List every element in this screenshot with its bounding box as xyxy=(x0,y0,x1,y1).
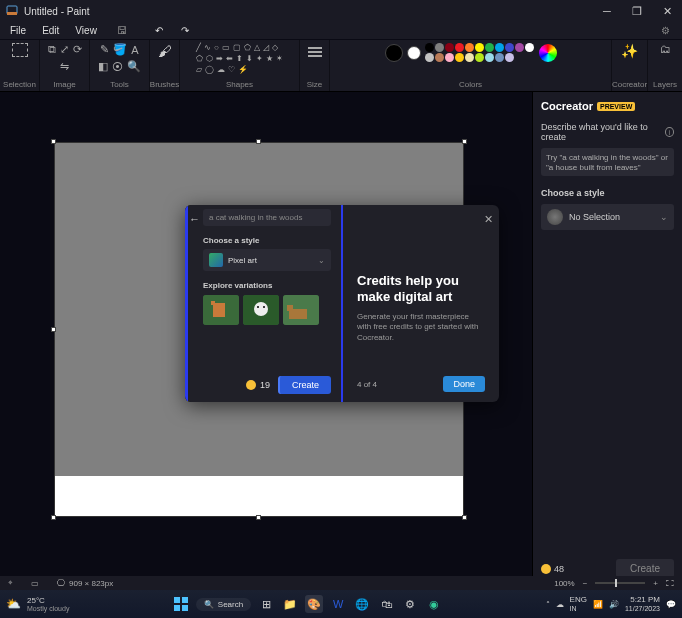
selection-size-icon: ▭ xyxy=(31,579,39,588)
variation-1[interactable] xyxy=(203,295,239,325)
svg-rect-4 xyxy=(211,301,215,305)
taskbar-weather: Mostly cloudy xyxy=(27,605,69,612)
modal-style-selected: Pixel art xyxy=(228,256,257,265)
modal-close-icon[interactable]: ✕ xyxy=(484,213,493,226)
modal-credits: 19 xyxy=(260,380,270,390)
svg-rect-15 xyxy=(182,605,188,611)
tray-onedrive-icon[interactable]: ☁ xyxy=(556,600,564,609)
variation-3[interactable] xyxy=(283,295,319,325)
pixel-art-thumb-icon xyxy=(209,253,223,267)
canvas-size-icon: 🖵 xyxy=(57,579,65,588)
cursor-pos-icon: ⌖ xyxy=(8,578,13,588)
zoom-slider[interactable] xyxy=(595,582,645,584)
taskbar-app-paint[interactable]: 🎨 xyxy=(305,595,323,613)
modal-choose-style-label: Choose a style xyxy=(203,236,331,245)
svg-rect-11 xyxy=(287,305,293,311)
done-button[interactable]: Done xyxy=(443,376,485,392)
modal-right-title: Credits help you make digital art xyxy=(357,273,485,306)
modal-overlay: ← a cat walking in the woods Choose a st… xyxy=(0,0,682,618)
taskbar-app-explorer[interactable]: 📁 xyxy=(281,595,299,613)
back-icon[interactable]: ← xyxy=(189,213,200,225)
taskbar-app-edge[interactable]: 🌐 xyxy=(353,595,371,613)
svg-rect-14 xyxy=(174,605,180,611)
zoom-out-icon[interactable]: − xyxy=(583,579,588,588)
svg-point-7 xyxy=(257,306,259,308)
taskbar-app-word[interactable]: W xyxy=(329,595,347,613)
coin-icon xyxy=(246,380,256,390)
svg-point-6 xyxy=(254,302,268,316)
svg-rect-12 xyxy=(174,597,180,603)
step-indicator: 4 of 4 xyxy=(357,380,377,389)
task-view-icon[interactable]: ⊞ xyxy=(257,595,275,613)
weather-icon[interactable]: ⛅ xyxy=(6,597,21,611)
taskbar-app-settings[interactable]: ⚙ xyxy=(401,595,419,613)
variation-2[interactable] xyxy=(243,295,279,325)
tray-volume-icon[interactable]: 🔊 xyxy=(609,600,619,609)
taskbar-temp: 25°C xyxy=(27,596,69,605)
explore-variations-label: Explore variations xyxy=(203,281,331,290)
taskbar-app-misc[interactable]: ◉ xyxy=(425,595,443,613)
tray-wifi-icon[interactable]: 📶 xyxy=(593,600,603,609)
modal-create-button[interactable]: Create xyxy=(278,376,331,394)
chevron-down-icon: ⌄ xyxy=(318,256,325,265)
tray-chevron-icon[interactable]: ˄ xyxy=(546,600,550,609)
tray-notifications-icon[interactable]: 💬 xyxy=(666,600,676,609)
cocreator-onboard-modal: ← a cat walking in the woods Choose a st… xyxy=(185,205,499,402)
tray-clock[interactable]: 5:21 PM 11/27/2023 xyxy=(625,596,660,612)
fit-screen-icon[interactable]: ⛶ xyxy=(666,579,674,588)
svg-rect-13 xyxy=(182,597,188,603)
search-icon: 🔍 xyxy=(204,600,214,609)
status-bar: ⌖ ▭ 🖵 909 × 823px 100% − + ⛶ xyxy=(0,576,682,590)
modal-prompt-input[interactable]: a cat walking in the woods xyxy=(203,209,331,226)
zoom-in-icon[interactable]: + xyxy=(653,579,658,588)
taskbar-search[interactable]: 🔍 Search xyxy=(196,598,251,611)
search-label: Search xyxy=(218,600,243,609)
svg-rect-3 xyxy=(213,303,225,317)
taskbar: ⛅ 25°C Mostly cloudy 🔍 Search ⊞ 📁 🎨 W 🌐 … xyxy=(0,590,682,618)
taskbar-app-store[interactable]: 🛍 xyxy=(377,595,395,613)
canvas-dimensions: 909 × 823px xyxy=(69,579,113,588)
tray-language[interactable]: ENGIN xyxy=(570,595,587,613)
modal-right-desc: Generate your first masterpiece with fre… xyxy=(357,312,485,344)
zoom-value: 100% xyxy=(554,579,574,588)
start-button[interactable] xyxy=(172,595,190,613)
modal-style-dropdown[interactable]: Pixel art ⌄ xyxy=(203,249,331,271)
svg-point-8 xyxy=(263,306,265,308)
